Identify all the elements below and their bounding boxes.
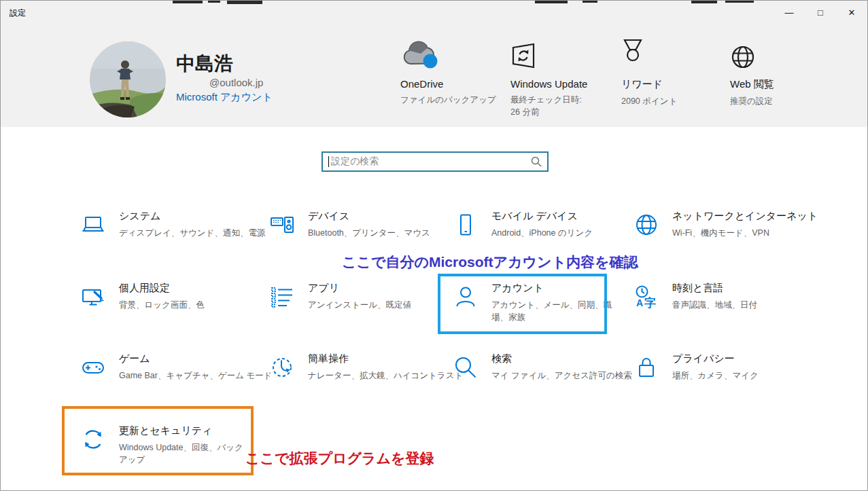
quick-item-onedrive[interactable]: OneDrive ファイルのバックアップ	[400, 36, 502, 106]
annotation-account-note: ここで自分のMicrosoftアカウント内容を確認	[342, 253, 638, 272]
screen-artifact	[535, 1, 568, 3]
search-input[interactable]: 設定の検索	[322, 151, 549, 172]
category-apps[interactable]: アプリ アンインストール、既定値	[270, 282, 447, 311]
category-accounts[interactable]: アカウント アカウント、メール、同期、職場、家族	[453, 282, 631, 323]
quick-item-windows-update[interactable]: Windows Update 最終チェック日時: 26 分前	[510, 36, 612, 118]
svg-text:A: A	[636, 297, 643, 308]
windows-update-icon	[510, 36, 612, 70]
apps-icon	[270, 285, 294, 309]
search-icon[interactable]	[531, 156, 542, 167]
globe-icon	[634, 213, 659, 237]
personalization-icon	[81, 285, 105, 309]
category-network[interactable]: ネットワークとインターネット Wi-Fi、機内モード、VPN	[634, 210, 812, 239]
window-title: 設定	[10, 7, 26, 19]
devices-icon	[270, 213, 294, 237]
category-privacy[interactable]: プライバシー 場所、カメラ、マイク	[634, 352, 812, 382]
svg-text:字: 字	[644, 296, 656, 309]
quick-sub: ファイルのバックアップ	[400, 94, 502, 106]
category-ease-of-access[interactable]: 簡単操作 ナレーター、拡大鏡、ハイコントラスト	[270, 352, 447, 382]
magnifier-icon	[453, 355, 478, 380]
window-controls: — □ ✕	[774, 1, 867, 24]
screen-artifact	[691, 1, 717, 3]
lock-icon	[634, 355, 659, 380]
sync-icon	[81, 427, 105, 452]
text-cursor	[328, 156, 329, 167]
screen-artifact	[173, 1, 203, 3]
rewards-medal-icon	[621, 36, 723, 70]
clock-language-icon: A 字	[634, 285, 659, 309]
quick-label: Web 閲覧	[730, 78, 832, 91]
avatar	[90, 41, 166, 117]
settings-window: 設定 — □ ✕ 中島浩 @outlook.jp Microsoft アカウント	[0, 0, 868, 491]
avatar-photo	[90, 41, 166, 117]
quick-sub: 2090 ポイント	[621, 95, 723, 107]
quick-sub: 最終チェック日時: 26 分前	[510, 94, 591, 118]
category-time-language[interactable]: A 字 時刻と言語 音声認識、地域、日付	[634, 282, 812, 311]
screen-artifact	[227, 1, 262, 4]
category-search[interactable]: 検索 マイ ファイル、アクセス許可の検索	[453, 352, 631, 382]
screen-artifact	[583, 1, 597, 3]
ease-of-access-icon	[270, 355, 294, 380]
onedrive-cloud-icon	[400, 36, 502, 70]
maximize-button[interactable]: □	[805, 1, 836, 24]
quick-item-rewards[interactable]: リワード 2090 ポイント	[621, 36, 723, 107]
phone-icon	[453, 213, 478, 237]
category-gaming[interactable]: ゲーム Game Bar、キャプチャ、ゲーム モード	[81, 352, 258, 382]
search-placeholder: 設定の検索	[331, 156, 531, 168]
close-button[interactable]: ✕	[836, 1, 867, 24]
category-devices[interactable]: デバイス Bluetooth、プリンター、マウス	[270, 210, 447, 239]
minimize-button[interactable]: —	[774, 1, 805, 24]
profile-email-fragment: @outlook.jp	[209, 77, 263, 88]
quick-sub: 推奨の設定	[730, 95, 832, 107]
screen-artifact	[208, 1, 220, 3]
category-personalization[interactable]: 個人用設定 背景、ロック画面、色	[81, 282, 258, 311]
laptop-icon	[81, 213, 105, 237]
screen-artifact	[725, 1, 754, 3]
web-globe-icon	[730, 36, 832, 70]
quick-label: Windows Update	[510, 78, 612, 90]
gamepad-icon	[81, 355, 105, 380]
category-system[interactable]: システム ディスプレイ、サウンド、通知、電源	[81, 210, 258, 239]
person-icon	[453, 285, 478, 309]
quick-item-web-browsing[interactable]: Web 閲覧 推奨の設定	[730, 36, 832, 107]
profile-name: 中島浩	[176, 51, 233, 77]
annotation-update-note: ここで拡張プログラムを登録	[245, 449, 434, 468]
microsoft-account-link[interactable]: Microsoft アカウント	[176, 91, 273, 104]
quick-label: OneDrive	[400, 78, 502, 90]
category-update-security[interactable]: 更新とセキュリティ Windows Update、回復、バックアップ	[81, 424, 258, 466]
quick-label: リワード	[621, 78, 723, 91]
category-mobile-devices[interactable]: モバイル デバイス Android、iPhone のリンク	[453, 210, 631, 239]
